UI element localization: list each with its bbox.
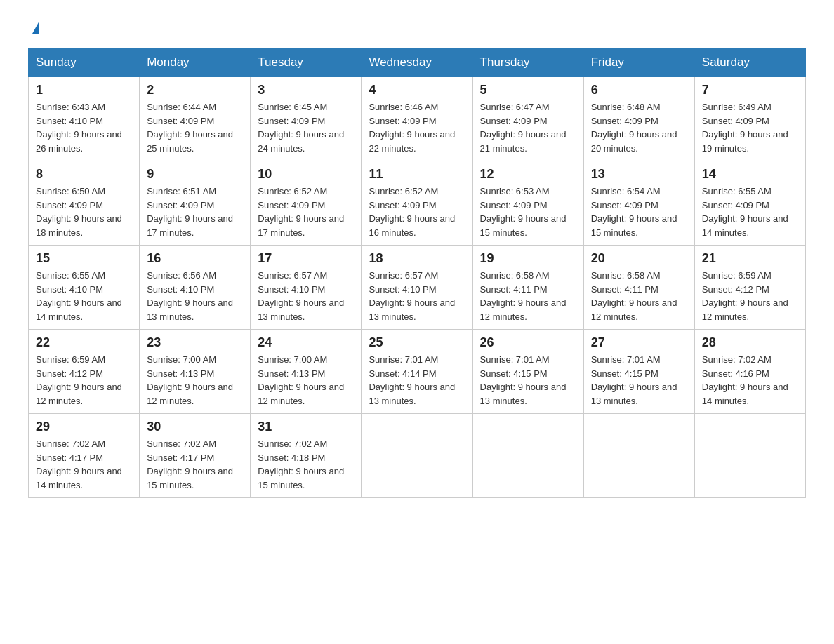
day-info: Sunrise: 7:00 AMSunset: 4:13 PMDaylight:… [258, 354, 344, 406]
day-number: 10 [258, 167, 354, 182]
day-info: Sunrise: 7:02 AMSunset: 4:17 PMDaylight:… [36, 438, 122, 490]
calendar-cell: 5 Sunrise: 6:47 AMSunset: 4:09 PMDayligh… [472, 77, 583, 161]
day-info: Sunrise: 6:48 AMSunset: 4:09 PMDaylight:… [591, 102, 677, 154]
calendar-cell: 23 Sunrise: 7:00 AMSunset: 4:13 PMDaylig… [140, 330, 251, 414]
calendar-cell: 7 Sunrise: 6:49 AMSunset: 4:09 PMDayligh… [694, 77, 805, 161]
calendar-cell: 3 Sunrise: 6:45 AMSunset: 4:09 PMDayligh… [251, 77, 362, 161]
day-info: Sunrise: 6:59 AMSunset: 4:12 PMDaylight:… [702, 270, 788, 322]
day-info: Sunrise: 6:58 AMSunset: 4:11 PMDaylight:… [480, 270, 567, 322]
calendar-weekday-tuesday: Tuesday [251, 48, 362, 77]
calendar-weekday-wednesday: Wednesday [362, 48, 472, 77]
day-number: 12 [480, 167, 576, 182]
calendar-cell: 8 Sunrise: 6:50 AMSunset: 4:09 PMDayligh… [29, 161, 140, 246]
day-number: 23 [147, 335, 243, 350]
day-number: 30 [147, 420, 243, 434]
calendar-cell: 31 Sunrise: 7:02 AMSunset: 4:18 PMDaylig… [251, 414, 362, 498]
day-number: 9 [147, 167, 243, 182]
calendar-weekday-monday: Monday [140, 48, 251, 77]
calendar-weekday-friday: Friday [583, 48, 694, 77]
day-info: Sunrise: 6:52 AMSunset: 4:09 PMDaylight:… [258, 186, 344, 238]
day-number: 21 [702, 251, 798, 266]
day-number: 16 [147, 251, 243, 266]
day-number: 20 [591, 251, 687, 266]
calendar-cell: 15 Sunrise: 6:55 AMSunset: 4:10 PMDaylig… [29, 246, 140, 330]
logo-blue-text [28, 21, 39, 34]
day-info: Sunrise: 6:59 AMSunset: 4:12 PMDaylight:… [36, 354, 122, 406]
day-info: Sunrise: 7:02 AMSunset: 4:16 PMDaylight:… [702, 354, 788, 406]
day-number: 19 [480, 251, 576, 266]
day-number: 24 [258, 335, 354, 350]
calendar-cell [694, 414, 805, 498]
calendar-cell: 30 Sunrise: 7:02 AMSunset: 4:17 PMDaylig… [140, 414, 251, 498]
calendar-cell: 27 Sunrise: 7:01 AMSunset: 4:15 PMDaylig… [583, 330, 694, 414]
day-number: 1 [36, 83, 132, 98]
calendar-weekday-sunday: Sunday [29, 48, 140, 77]
day-info: Sunrise: 7:02 AMSunset: 4:17 PMDaylight:… [147, 438, 233, 490]
day-number: 25 [369, 335, 465, 350]
calendar-cell: 18 Sunrise: 6:57 AMSunset: 4:10 PMDaylig… [362, 246, 472, 330]
calendar-cell: 17 Sunrise: 6:57 AMSunset: 4:10 PMDaylig… [251, 246, 362, 330]
day-info: Sunrise: 6:46 AMSunset: 4:09 PMDaylight:… [369, 102, 455, 154]
calendar-week-row: 1 Sunrise: 6:43 AMSunset: 4:10 PMDayligh… [29, 77, 806, 161]
day-info: Sunrise: 6:44 AMSunset: 4:09 PMDaylight:… [147, 102, 233, 154]
calendar-week-row: 8 Sunrise: 6:50 AMSunset: 4:09 PMDayligh… [29, 161, 806, 246]
day-number: 18 [369, 251, 465, 266]
calendar-cell: 21 Sunrise: 6:59 AMSunset: 4:12 PMDaylig… [694, 246, 805, 330]
day-info: Sunrise: 6:45 AMSunset: 4:09 PMDaylight:… [258, 102, 344, 154]
calendar-cell: 11 Sunrise: 6:52 AMSunset: 4:09 PMDaylig… [362, 161, 472, 246]
day-number: 17 [258, 251, 354, 266]
calendar-week-row: 29 Sunrise: 7:02 AMSunset: 4:17 PMDaylig… [29, 414, 806, 498]
calendar-cell: 6 Sunrise: 6:48 AMSunset: 4:09 PMDayligh… [583, 77, 694, 161]
day-number: 3 [258, 83, 354, 98]
day-info: Sunrise: 6:57 AMSunset: 4:10 PMDaylight:… [369, 270, 455, 322]
calendar-cell [583, 414, 694, 498]
day-number: 5 [480, 83, 576, 98]
calendar-cell: 2 Sunrise: 6:44 AMSunset: 4:09 PMDayligh… [140, 77, 251, 161]
calendar-cell: 26 Sunrise: 7:01 AMSunset: 4:15 PMDaylig… [472, 330, 583, 414]
day-info: Sunrise: 6:58 AMSunset: 4:11 PMDaylight:… [591, 270, 677, 322]
calendar-week-row: 22 Sunrise: 6:59 AMSunset: 4:12 PMDaylig… [29, 330, 806, 414]
day-number: 8 [36, 167, 132, 182]
day-number: 11 [369, 167, 465, 182]
day-info: Sunrise: 6:56 AMSunset: 4:10 PMDaylight:… [147, 270, 233, 322]
day-number: 27 [591, 335, 687, 350]
day-info: Sunrise: 6:54 AMSunset: 4:09 PMDaylight:… [591, 186, 677, 238]
calendar-cell [472, 414, 583, 498]
day-number: 14 [702, 167, 798, 182]
logo-triangle-icon [32, 21, 39, 34]
day-number: 28 [702, 335, 798, 350]
calendar-week-row: 15 Sunrise: 6:55 AMSunset: 4:10 PMDaylig… [29, 246, 806, 330]
day-info: Sunrise: 6:57 AMSunset: 4:10 PMDaylight:… [258, 270, 344, 322]
calendar-cell: 29 Sunrise: 7:02 AMSunset: 4:17 PMDaylig… [29, 414, 140, 498]
day-info: Sunrise: 6:51 AMSunset: 4:09 PMDaylight:… [147, 186, 233, 238]
calendar-cell: 9 Sunrise: 6:51 AMSunset: 4:09 PMDayligh… [140, 161, 251, 246]
day-info: Sunrise: 7:00 AMSunset: 4:13 PMDaylight:… [147, 354, 233, 406]
calendar-cell: 22 Sunrise: 6:59 AMSunset: 4:12 PMDaylig… [29, 330, 140, 414]
day-number: 29 [36, 420, 132, 434]
calendar-cell: 16 Sunrise: 6:56 AMSunset: 4:10 PMDaylig… [140, 246, 251, 330]
calendar-cell: 1 Sunrise: 6:43 AMSunset: 4:10 PMDayligh… [29, 77, 140, 161]
day-number: 2 [147, 83, 243, 98]
day-number: 7 [702, 83, 798, 98]
calendar-cell: 19 Sunrise: 6:58 AMSunset: 4:11 PMDaylig… [472, 246, 583, 330]
day-info: Sunrise: 7:01 AMSunset: 4:14 PMDaylight:… [369, 354, 455, 406]
day-info: Sunrise: 6:50 AMSunset: 4:09 PMDaylight:… [36, 186, 122, 238]
day-number: 26 [480, 335, 576, 350]
day-number: 22 [36, 335, 132, 350]
day-info: Sunrise: 6:55 AMSunset: 4:10 PMDaylight:… [36, 270, 122, 322]
day-info: Sunrise: 6:53 AMSunset: 4:09 PMDaylight:… [480, 186, 567, 238]
calendar-cell: 24 Sunrise: 7:00 AMSunset: 4:13 PMDaylig… [251, 330, 362, 414]
calendar-cell: 14 Sunrise: 6:55 AMSunset: 4:09 PMDaylig… [694, 161, 805, 246]
day-info: Sunrise: 6:43 AMSunset: 4:10 PMDaylight:… [36, 102, 122, 154]
calendar-cell: 13 Sunrise: 6:54 AMSunset: 4:09 PMDaylig… [583, 161, 694, 246]
day-info: Sunrise: 6:47 AMSunset: 4:09 PMDaylight:… [480, 102, 567, 154]
calendar-cell: 4 Sunrise: 6:46 AMSunset: 4:09 PMDayligh… [362, 77, 472, 161]
calendar-cell: 20 Sunrise: 6:58 AMSunset: 4:11 PMDaylig… [583, 246, 694, 330]
calendar-weekday-saturday: Saturday [694, 48, 805, 77]
logo [28, 21, 39, 34]
day-number: 13 [591, 167, 687, 182]
calendar-cell: 28 Sunrise: 7:02 AMSunset: 4:16 PMDaylig… [694, 330, 805, 414]
calendar-cell: 12 Sunrise: 6:53 AMSunset: 4:09 PMDaylig… [472, 161, 583, 246]
calendar-weekday-thursday: Thursday [472, 48, 583, 77]
page-header [28, 21, 806, 34]
